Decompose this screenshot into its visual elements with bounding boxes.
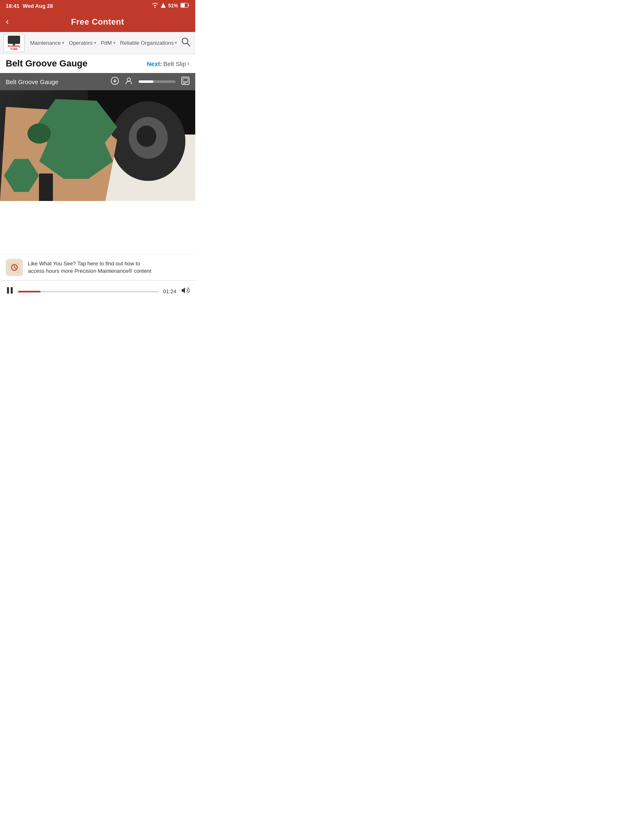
- gallery-icon[interactable]: [181, 77, 189, 87]
- status-date: Wed Aug 28: [23, 3, 53, 9]
- svg-rect-8: [183, 78, 188, 82]
- player-progress-bar[interactable]: [18, 291, 159, 292]
- below-video-space: [0, 201, 195, 254]
- status-time: 18:41: [6, 3, 19, 9]
- download-icon[interactable]: [111, 77, 119, 87]
- chevron-down-icon: ▾: [113, 40, 116, 46]
- banner-icon: [6, 259, 23, 276]
- player-time: 01:24: [163, 288, 176, 294]
- banner-text: Like What You See? Tap here to find out …: [28, 260, 151, 275]
- page-title: Belt Groove Gauge: [6, 58, 87, 69]
- menu-item-operators[interactable]: Operators ▾: [68, 38, 97, 48]
- svg-line-4: [187, 43, 190, 46]
- menu-items: Maintenance ▾ Operators ▾ PdM ▾ Reliable…: [28, 38, 180, 48]
- status-bar: 18:41 Wed Aug 28 51%: [0, 0, 195, 11]
- video-frame[interactable]: [0, 90, 195, 201]
- video-controls: [111, 77, 189, 87]
- svg-rect-13: [7, 287, 9, 294]
- chevron-down-icon: ▾: [62, 40, 64, 46]
- search-button[interactable]: [180, 36, 192, 50]
- wifi-icon: [152, 3, 158, 9]
- scene-gauge-knob: [27, 123, 51, 144]
- battery-percent: 51%: [168, 3, 178, 9]
- svg-rect-14: [11, 287, 13, 294]
- next-label: Next:: [147, 60, 162, 67]
- bottom-banner[interactable]: Like What You See? Tap here to find out …: [0, 254, 195, 280]
- user-icon[interactable]: [125, 77, 133, 87]
- chevron-down-icon: ▾: [94, 40, 96, 46]
- video-title: Belt Groove Gauge: [6, 78, 58, 85]
- next-chevron-icon: ›: [187, 59, 189, 68]
- next-link[interactable]: Next: Belt Slip ›: [147, 59, 189, 68]
- top-nav-bar: ‹ Free Content: [0, 11, 195, 32]
- next-video-title: Belt Slip: [163, 60, 186, 67]
- menu-item-maintenance[interactable]: Maintenance ▾: [30, 38, 65, 48]
- svg-rect-2: [181, 3, 185, 7]
- logo-screen-graphic: [8, 36, 20, 44]
- volume-button[interactable]: [180, 286, 189, 297]
- logo-text: Reliability TUBE: [8, 45, 20, 50]
- page-title-row: Belt Groove Gauge Next: Belt Slip ›: [0, 54, 195, 73]
- back-button[interactable]: ‹: [6, 16, 9, 27]
- battery-icon: [180, 3, 189, 9]
- player-bar: 01:24: [0, 280, 195, 302]
- pause-button[interactable]: [6, 286, 14, 297]
- logo[interactable]: Reliability TUBE: [3, 34, 25, 52]
- menu-item-reliable-orgs[interactable]: Reliable Organizations ▾: [119, 38, 178, 48]
- menu-bar: Reliability TUBE Maintenance ▾ Operators…: [0, 32, 195, 54]
- video-scene: [0, 90, 195, 201]
- scene-pulley-hub: [137, 126, 156, 146]
- scene-stem: [39, 173, 52, 201]
- video-title-bar: Belt Groove Gauge: [0, 73, 195, 90]
- nav-title: Free Content: [71, 17, 124, 27]
- chevron-down-icon: ▾: [175, 40, 177, 46]
- svg-marker-0: [161, 3, 166, 8]
- video-progress-bar[interactable]: [139, 80, 176, 83]
- player-progress-fill: [18, 291, 41, 292]
- svg-point-6: [127, 78, 130, 81]
- menu-item-pdm[interactable]: PdM ▾: [100, 38, 116, 48]
- signal-icon: [161, 3, 166, 9]
